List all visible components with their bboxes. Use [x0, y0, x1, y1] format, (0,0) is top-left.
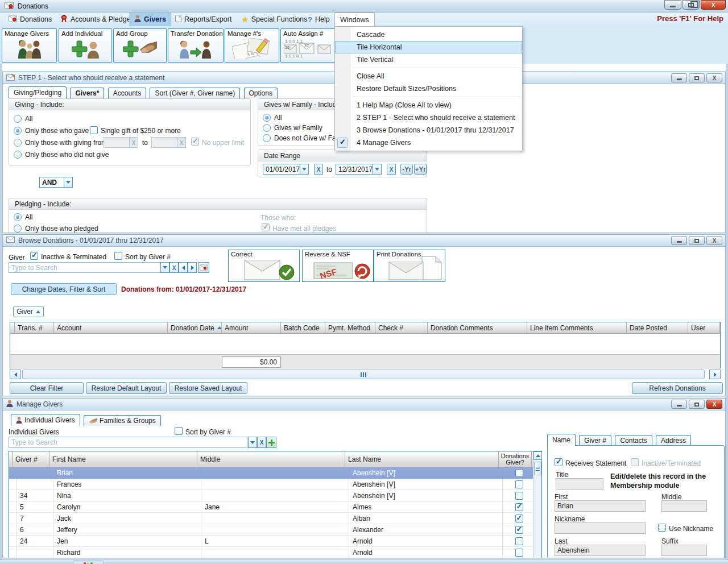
column-header[interactable]: Donation Date	[168, 322, 222, 333]
giver-row[interactable]: 24JenLArnold	[9, 536, 541, 547]
maximize-button[interactable]	[689, 400, 705, 409]
radio-gives-w-family[interactable]	[263, 124, 271, 132]
print-donations-button[interactable]: Print Donations	[374, 250, 445, 282]
radio-only-pledged[interactable]	[14, 225, 22, 233]
tab-giving-pledging[interactable]: Giving/Pledging	[9, 86, 67, 98]
column-header[interactable]: Batch Code	[281, 322, 325, 333]
search-clear-button[interactable]	[257, 437, 266, 448]
giving-to-input[interactable]	[151, 137, 177, 148]
tab-contacts[interactable]: Contacts	[615, 435, 652, 446]
giver-search-input[interactable]	[9, 437, 247, 448]
close-button[interactable]	[706, 73, 722, 82]
date-from-combo[interactable]: 01/01/2017	[263, 164, 309, 175]
tab-address[interactable]: Address	[656, 435, 691, 446]
manage-numbers-button[interactable]: Manage #'s 3 8	[225, 28, 279, 63]
next-giver-button[interactable]	[188, 262, 197, 273]
receives-statement-checkbox[interactable]	[555, 458, 562, 466]
tab-families-groups[interactable]: Families & Groups	[84, 415, 161, 426]
column-header[interactable]: Line Item Comments	[527, 322, 627, 333]
auto-assign-number-button[interactable]: Auto Assign # 1 0 0 1 11 0 1 0 11637	[280, 28, 336, 63]
have-met-pledges-checkbox[interactable]	[262, 223, 270, 231]
menu-item-cascade[interactable]: Cascade	[335, 28, 522, 41]
column-header[interactable]: Check #	[375, 322, 428, 333]
date-to-clear-button[interactable]	[387, 164, 396, 175]
maximize-button[interactable]	[689, 236, 705, 245]
donations-giver-checkbox[interactable]	[515, 492, 523, 500]
tab-giver-number[interactable]: Giver #	[579, 435, 611, 446]
minimize-button[interactable]	[671, 400, 687, 409]
column-header[interactable]: User	[688, 322, 720, 333]
search-clear-button[interactable]	[169, 262, 179, 273]
tab-options[interactable]: Options	[244, 88, 278, 98]
transfer-donations-button[interactable]: Transfer Donations	[168, 28, 224, 63]
add-group-button[interactable]: Add Group	[113, 28, 167, 63]
restore-saved-layout-button[interactable]: Restore Saved Layout	[169, 382, 247, 394]
giver-search-input[interactable]	[9, 262, 161, 273]
menu-item-reports-export[interactable]: Reports/Export	[170, 13, 237, 26]
menu-item-windows[interactable]: Windows	[334, 13, 375, 27]
nickname-field[interactable]	[555, 522, 646, 534]
menu-item-tile-horizontal[interactable]: Tile Horizontal	[335, 41, 522, 53]
tab-individual-givers[interactable]: Individual Givers	[11, 414, 80, 426]
horizontal-scrollbar[interactable]	[10, 370, 721, 379]
column-header[interactable]: Last Name	[345, 451, 499, 467]
vertical-scrollbar[interactable]	[533, 451, 541, 558]
radio-giving-all[interactable]	[14, 115, 22, 123]
locate-giver-button[interactable]	[198, 262, 209, 273]
menu-item-help-map[interactable]: 1 Help Map (Close All to view)	[335, 99, 522, 111]
browse-titlebar[interactable]: Browse Donations - 01/01/2017 thru 12/31…	[3, 235, 725, 247]
donations-giver-checkbox[interactable]	[515, 526, 523, 534]
radio-family-all[interactable]	[263, 114, 271, 122]
menu-item-tile-vertical[interactable]: Tile Vertical	[335, 53, 522, 66]
sort-by-giver-checkbox[interactable]	[175, 427, 183, 435]
sort-by-giver-checkbox[interactable]	[114, 252, 122, 260]
inactive-terminated-checkbox[interactable]	[30, 252, 38, 260]
menu-item-special-functions[interactable]: ★ Special Functions	[237, 13, 312, 26]
refresh-donations-button[interactable]: Refresh Donations	[632, 382, 723, 394]
giver-row[interactable]: 34NinaAbenshein [V]	[9, 490, 541, 501]
donations-giver-checkbox[interactable]	[515, 537, 523, 545]
giver-row[interactable]: 7JackAlban	[9, 513, 541, 524]
column-header[interactable]: Giver #	[13, 451, 49, 467]
giver-group-sort-button[interactable]: Giver	[13, 306, 44, 317]
menu-item-donations[interactable]: Donations	[3, 13, 57, 26]
giver-row[interactable]: 5CarolynJaneAimes	[9, 501, 541, 513]
dropdown-button[interactable]	[64, 177, 73, 188]
first-name-field[interactable]	[555, 500, 646, 512]
radio-not-give-w-family[interactable]	[263, 134, 271, 142]
menu-item-close-all[interactable]: Close All	[335, 70, 522, 82]
donations-grid-empty-body[interactable]	[10, 334, 720, 354]
inactive-terminated-checkbox[interactable]	[631, 458, 639, 466]
column-header[interactable]: Middle	[197, 451, 345, 467]
suffix-field[interactable]	[661, 545, 707, 556]
donations-giver-checkbox[interactable]	[515, 469, 523, 477]
search-dropdown-button[interactable]	[248, 437, 257, 448]
add-individual-button[interactable]: Add Individual	[59, 28, 112, 63]
restore-button[interactable]	[682, 0, 700, 10]
column-header[interactable]: Account	[54, 322, 168, 333]
giver-row[interactable]: 6JefferyAlexander	[9, 524, 541, 536]
giver-row[interactable]: RichardArnold	[9, 547, 541, 558]
taskbar-app-button[interactable]	[73, 561, 104, 564]
last-name-field[interactable]	[555, 545, 646, 556]
menu-item-manage-givers-window[interactable]: 4 Manage Givers	[335, 136, 522, 149]
date-from-clear-button[interactable]	[314, 164, 323, 175]
maximize-button[interactable]	[689, 73, 705, 82]
column-header[interactable]: First Name	[49, 451, 197, 467]
giver-row[interactable]: FrancesAbenshein [V]	[9, 479, 541, 490]
no-upper-limit-checkbox[interactable]	[191, 138, 199, 146]
donations-giver-checkbox[interactable]	[515, 480, 523, 488]
dropdown-button[interactable]	[373, 164, 382, 175]
scrollbar-thumb[interactable]	[22, 370, 705, 379]
minimize-button[interactable]	[671, 236, 687, 245]
menu-item-givers[interactable]: Givers	[129, 13, 171, 26]
date-to-combo[interactable]: 12/31/2017	[336, 164, 382, 175]
add-giver-button[interactable]	[266, 437, 276, 448]
change-dates-filter-sort-button[interactable]: Change Dates, Filter & Sort	[11, 283, 117, 295]
plus-year-button[interactable]: +Yr	[414, 164, 427, 175]
radio-giving-range[interactable]	[14, 139, 22, 147]
correct-button[interactable]: Correct	[228, 250, 300, 282]
minimize-button[interactable]	[664, 0, 681, 10]
column-header[interactable]: Date Posted	[627, 322, 688, 333]
use-nickname-checkbox[interactable]	[658, 524, 666, 532]
